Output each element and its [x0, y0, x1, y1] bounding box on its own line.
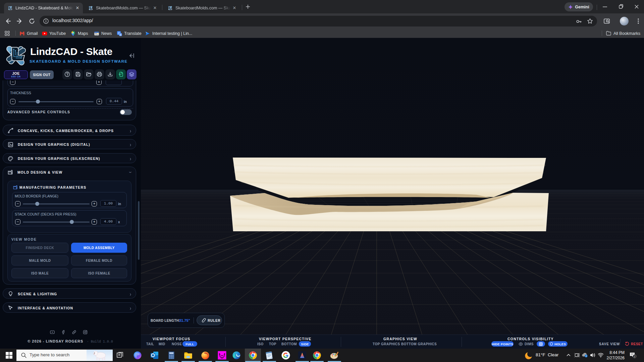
svg-text:a: a [120, 33, 121, 36]
svg-text:2: 2 [634, 355, 636, 358]
